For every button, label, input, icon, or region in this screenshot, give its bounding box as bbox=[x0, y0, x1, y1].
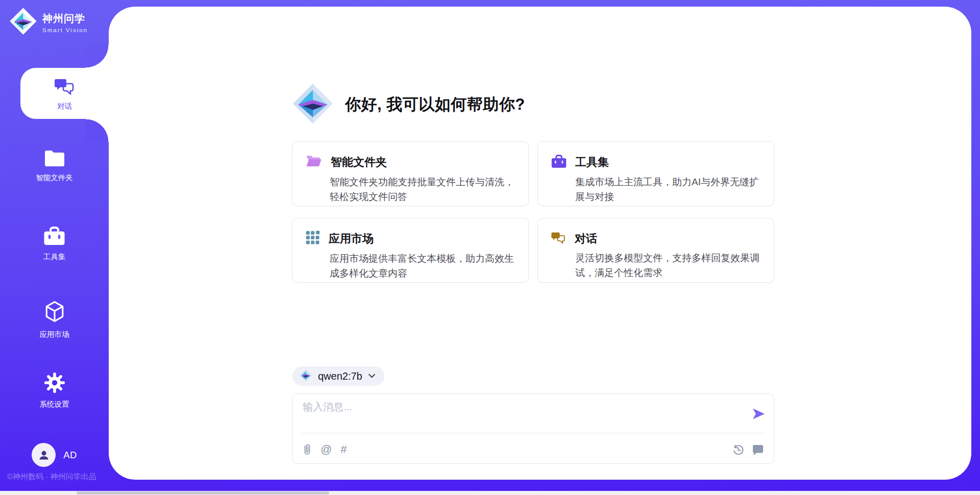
sidebar-item-app-market[interactable]: 应用市场 bbox=[0, 300, 109, 339]
mention-icon[interactable]: @ bbox=[321, 444, 332, 455]
person-icon bbox=[37, 449, 51, 462]
app-background: 你好, 我可以如何帮助你? 智能文件夹 智能文件夹功能支持批量文件上传与清洗，轻… bbox=[0, 0, 980, 491]
message-composer: @ # bbox=[292, 393, 774, 464]
chat-bubbles-icon bbox=[54, 77, 76, 98]
user-profile[interactable]: AD bbox=[0, 443, 109, 467]
sidebar-item-chat[interactable]: 对话 bbox=[20, 68, 109, 119]
composer-divider bbox=[301, 433, 765, 433]
diamond-gem-icon bbox=[300, 369, 312, 384]
card-title: 应用市场 bbox=[329, 231, 374, 246]
topic-icon[interactable]: # bbox=[340, 444, 347, 455]
history-icon[interactable] bbox=[732, 444, 744, 456]
avatar bbox=[32, 443, 56, 467]
briefcase-icon bbox=[551, 154, 567, 170]
sidebar-item-smart-folder[interactable]: 智能文件夹 bbox=[0, 149, 109, 183]
card-smart-folder[interactable]: 智能文件夹 智能文件夹功能支持批量文件上传与清洗，轻松实现文件问答 bbox=[292, 141, 529, 206]
greeting-text: 你好, 我可以如何帮助你? bbox=[345, 94, 525, 115]
user-initials: AD bbox=[63, 450, 77, 461]
model-name: qwen2:7b bbox=[318, 370, 362, 382]
folder-open-icon bbox=[306, 154, 322, 170]
sidebar-item-label: 系统设置 bbox=[0, 400, 109, 409]
card-description: 灵活切换多模型文件，支持多样回复效果调试，满足个性化需求 bbox=[575, 251, 760, 280]
folder-icon bbox=[44, 149, 65, 168]
message-input[interactable] bbox=[303, 400, 742, 430]
card-title: 对话 bbox=[575, 231, 597, 246]
composer-toolbar: @ # bbox=[303, 441, 764, 458]
card-description: 智能文件夹功能支持批量文件上传与清洗，轻松实现文件问答 bbox=[330, 175, 514, 204]
chat-bubbles-icon bbox=[551, 231, 566, 246]
card-title: 智能文件夹 bbox=[331, 155, 387, 170]
brand-diamond-gem-icon bbox=[9, 7, 37, 37]
attachment-icon[interactable] bbox=[303, 443, 312, 456]
sidebar-item-label: 工具集 bbox=[0, 252, 109, 262]
horizontal-scrollbar-track bbox=[0, 491, 980, 495]
grid-tiles-icon bbox=[306, 231, 320, 247]
main-content-panel: 你好, 我可以如何帮助你? 智能文件夹 智能文件夹功能支持批量文件上传与清洗，轻… bbox=[109, 7, 971, 480]
card-app-market[interactable]: 应用市场 应用市场提供丰富长文本模板，助力高效生成多样化文章内容 bbox=[292, 218, 529, 283]
model-selector[interactable]: qwen2:7b bbox=[292, 366, 384, 386]
brand-subtitle: Smart Vision bbox=[42, 27, 88, 33]
sidebar-item-settings[interactable]: 系统设置 bbox=[0, 373, 109, 409]
send-plane-icon bbox=[752, 408, 766, 420]
sidebar: 神州问学 Smart Vision 对话 智能文件夹 bbox=[0, 0, 109, 491]
diamond-gem-icon bbox=[292, 83, 334, 127]
card-chat[interactable]: 对话 灵活切换多模型文件，支持多样回复效果调试，满足个性化需求 bbox=[537, 218, 774, 283]
feedback-bubble-icon[interactable] bbox=[752, 444, 764, 455]
feature-cards: 智能文件夹 智能文件夹功能支持批量文件上传与清洗，轻松实现文件问答 工具集 bbox=[292, 141, 774, 283]
send-button[interactable] bbox=[751, 406, 766, 422]
copyright-footer: ©神州数码 · 神州问学出品 bbox=[7, 472, 96, 482]
card-toolset[interactable]: 工具集 集成市场上主流工具，助力AI与外界无缝扩展与对接 bbox=[537, 141, 774, 206]
chevron-down-icon bbox=[368, 372, 376, 381]
sidebar-item-toolset[interactable]: 工具集 bbox=[0, 226, 109, 262]
gear-icon bbox=[44, 373, 65, 395]
card-description: 应用市场提供丰富长文本模板，助力高效生成多样化文章内容 bbox=[330, 252, 514, 281]
sidebar-item-label: 应用市场 bbox=[0, 330, 109, 339]
card-description: 集成市场上主流工具，助力AI与外界无缝扩展与对接 bbox=[575, 175, 760, 204]
cube-icon bbox=[44, 300, 65, 325]
card-title: 工具集 bbox=[575, 155, 609, 170]
briefcase-icon bbox=[43, 226, 65, 247]
horizontal-scrollbar-thumb[interactable] bbox=[77, 491, 329, 494]
brand-name: 神州问学 bbox=[42, 12, 88, 26]
sidebar-item-label: 智能文件夹 bbox=[0, 173, 109, 183]
sidebar-item-label: 对话 bbox=[20, 102, 109, 111]
greeting-row: 你好, 我可以如何帮助你? bbox=[292, 83, 774, 126]
brand: 神州问学 Smart Vision bbox=[9, 7, 88, 37]
